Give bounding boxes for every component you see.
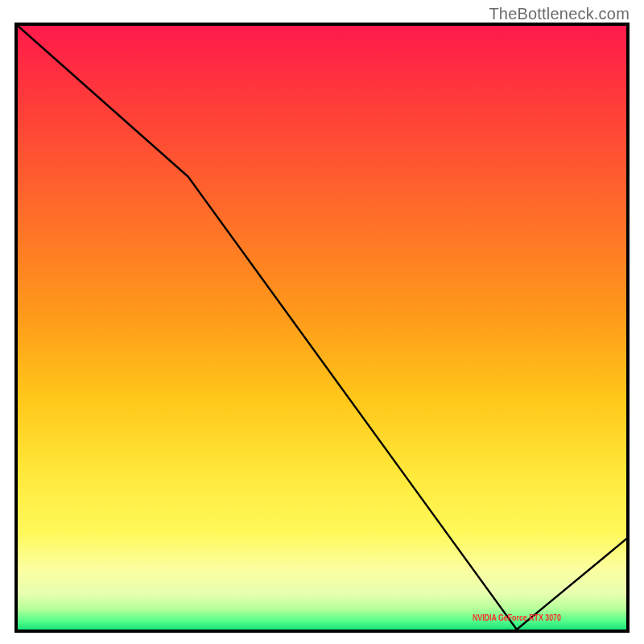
- plot-area: NVIDIA GeForce RTX 3070: [14, 23, 630, 633]
- gradient-background: [18, 26, 626, 630]
- series-annotation: NVIDIA GeForce RTX 3070: [473, 613, 561, 622]
- watermark-label: TheBottleneck.com: [489, 5, 630, 23]
- chart-svg: NVIDIA GeForce RTX 3070: [14, 23, 630, 633]
